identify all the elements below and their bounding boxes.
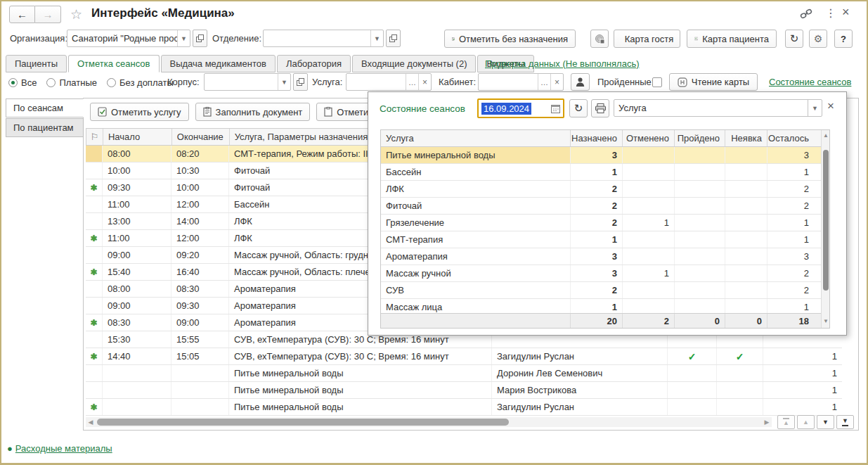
- back-button[interactable]: ←: [9, 6, 35, 23]
- kabinet-input[interactable]: … ×: [478, 73, 564, 91]
- green-marker-icon: ✱: [90, 267, 97, 277]
- tab-4[interactable]: Лаборатория: [277, 55, 351, 72]
- service-name-cell: Фиточай: [381, 198, 571, 214]
- ellipsis-button[interactable]: …: [406, 74, 418, 90]
- toolbar-fill-document-button[interactable]: Заполнить документ: [195, 103, 311, 121]
- scrollbar-thumb[interactable]: [823, 150, 829, 291]
- data-check-link[interactable]: Проверка данных (Не выполнялась): [485, 58, 639, 69]
- tab-2[interactable]: Отметка сеансов: [68, 55, 160, 72]
- passed-cell: [675, 265, 725, 281]
- scroll-up-icon[interactable]: ▲: [822, 132, 830, 139]
- dropdown-arrow-icon[interactable]: ▼: [370, 30, 383, 46]
- help-button[interactable]: ?: [834, 30, 853, 48]
- popup-table-row[interactable]: Массаж лица11: [381, 299, 829, 313]
- refresh-button[interactable]: ↻: [785, 30, 803, 48]
- popup-vertical-scrollbar[interactable]: ▲ ▼: [821, 130, 829, 328]
- more-menu-icon[interactable]: ⋮: [825, 6, 836, 20]
- coin-lock-button[interactable]: [590, 30, 609, 48]
- clear-icon[interactable]: ×: [550, 74, 563, 90]
- popup-table-row[interactable]: Грязелечение211: [381, 215, 829, 231]
- ellipsis-button[interactable]: …: [538, 74, 550, 90]
- popup-table-row[interactable]: Фиточай22: [381, 198, 829, 215]
- go-up-button[interactable]: ▲: [797, 415, 815, 429]
- pcol-cancelled[interactable]: Отменено: [623, 130, 675, 146]
- left-cell: 1: [767, 215, 814, 231]
- horizontal-scrollbar[interactable]: ◀ ▶: [86, 417, 772, 427]
- qty-cell: 1: [763, 348, 842, 364]
- organization-choose-button[interactable]: [193, 30, 207, 47]
- go-last-button[interactable]: ▼: [836, 415, 854, 429]
- forward-button[interactable]: →: [35, 6, 61, 23]
- scroll-left-icon[interactable]: ◀: [86, 419, 96, 426]
- table-row[interactable]: Питье минеральной водыМария Вострикова1: [86, 382, 842, 399]
- passed-cell: [675, 164, 725, 180]
- sessions-state-link[interactable]: Состояние сеансов: [769, 77, 851, 87]
- tab-5[interactable]: Входящие документы (2): [352, 55, 476, 72]
- usluga-filter-input[interactable]: … ×: [346, 73, 432, 91]
- flag-cell: [86, 146, 103, 162]
- filter-radio-3[interactable]: Без доплаты: [107, 77, 174, 88]
- settings-button[interactable]: ⚙: [809, 30, 827, 48]
- popup-close-icon[interactable]: ×: [827, 99, 834, 113]
- scroll-right-icon[interactable]: ▶: [762, 419, 772, 426]
- popup-refresh-button[interactable]: ↻: [569, 99, 588, 117]
- popup-table-row[interactable]: Массаж ручной312: [381, 265, 829, 282]
- col-start[interactable]: Начало: [103, 129, 172, 145]
- side-tab-2[interactable]: По пациентам: [6, 118, 84, 137]
- pcol-usluga[interactable]: Услуга: [381, 130, 571, 146]
- korpus-select[interactable]: ▼: [204, 73, 291, 91]
- dropdown-arrow-icon[interactable]: ▼: [278, 74, 290, 90]
- document-edit-icon: [452, 34, 455, 44]
- popup-table-row[interactable]: СУВ22: [381, 282, 829, 299]
- korpus-choose-button[interactable]: [293, 73, 308, 91]
- table-row[interactable]: ✱14:4015:05СУВ, ехТемпература (СУВ): 30 …: [86, 348, 842, 365]
- popup-table-row[interactable]: Питье минеральной воды33: [381, 147, 829, 164]
- col-end[interactable]: Окончание: [172, 129, 230, 145]
- green-marker-icon: ✱: [90, 352, 97, 362]
- pcol-passed[interactable]: Пройдено: [675, 130, 725, 146]
- organization-select[interactable]: Санаторий "Родные просто ▼: [67, 30, 190, 47]
- go-down-button[interactable]: ▼: [817, 415, 834, 429]
- dropdown-arrow-icon[interactable]: ▼: [177, 30, 190, 46]
- green-marker-icon: ✱: [90, 234, 97, 243]
- close-window-icon[interactable]: ×: [842, 5, 850, 20]
- filter-radio-2[interactable]: Платные: [46, 77, 97, 88]
- popup-table-row[interactable]: СМТ-терапия11: [381, 231, 829, 248]
- refresh-icon: ↻: [790, 32, 799, 45]
- table-row[interactable]: ✱Питье минеральной водыЗагидулин Руслан1: [86, 399, 842, 416]
- passed-checkbox[interactable]: [652, 77, 662, 87]
- guest-card-button[interactable]: Карта гостя: [614, 30, 680, 48]
- noshow-cell: [725, 282, 767, 298]
- popup-table-row[interactable]: ЛФК22: [381, 181, 829, 198]
- consumables-link[interactable]: Расходные материалы: [15, 443, 112, 454]
- popup-date-input[interactable]: 16.09.2024: [477, 98, 564, 118]
- pcol-left[interactable]: Осталось: [767, 130, 814, 146]
- go-first-button[interactable]: ▲: [777, 415, 795, 429]
- patient-person-button[interactable]: [571, 73, 590, 91]
- calendar-icon[interactable]: [551, 104, 560, 113]
- popup-print-button[interactable]: [591, 99, 609, 117]
- table-row[interactable]: Питье минеральной водыДоронин Лев Семено…: [86, 365, 842, 382]
- popup-service-filter-select[interactable]: Услуга ▼: [614, 99, 822, 117]
- clear-icon[interactable]: ×: [418, 74, 431, 90]
- card-read-button[interactable]: Чтение карты: [669, 73, 758, 91]
- popup-table-row[interactable]: Бассейн11: [381, 164, 829, 181]
- toolbar-mark-service-button[interactable]: Отметить услугу: [90, 103, 189, 121]
- scroll-down-icon[interactable]: ▼: [822, 318, 830, 324]
- popup-table-body: Питье минеральной воды33Бассейн11ЛФК22Фи…: [381, 147, 829, 313]
- tab-3[interactable]: Выдача медикаментов: [161, 55, 276, 72]
- filter-radio-1[interactable]: Все: [8, 77, 37, 88]
- pcol-assigned[interactable]: Назначено: [571, 130, 623, 146]
- get-link-icon[interactable]: [800, 8, 812, 20]
- department-choose-button[interactable]: [386, 30, 401, 47]
- mark-without-assignment-button[interactable]: Отметить без назначения: [444, 30, 576, 48]
- tab-1[interactable]: Пациенты: [6, 55, 67, 72]
- side-tab-1[interactable]: По сеансам: [6, 98, 84, 117]
- department-select[interactable]: ▼: [263, 30, 384, 47]
- favorite-star-icon[interactable]: ☆: [70, 6, 82, 23]
- patient-card-button[interactable]: Карта пациента: [687, 30, 777, 48]
- popup-table-row[interactable]: Ароматерапия33: [381, 248, 829, 265]
- scrollbar-thumb[interactable]: [97, 419, 509, 426]
- pcol-noshow[interactable]: Неявка: [725, 130, 767, 146]
- dropdown-arrow-icon[interactable]: ▼: [808, 100, 822, 116]
